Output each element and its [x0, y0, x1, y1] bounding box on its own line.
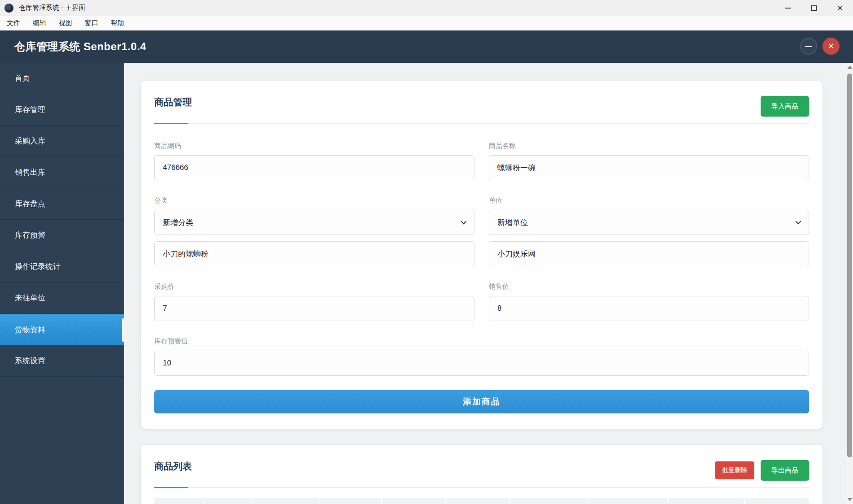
- menu-window[interactable]: 窗口: [85, 19, 98, 27]
- minimize-icon: [785, 8, 791, 9]
- menu-bar: 文件 编辑 视图 窗口 帮助: [0, 16, 853, 30]
- header-cell-name: 名称: [319, 498, 381, 504]
- header-cell-actions: 操作: [745, 498, 809, 504]
- product-list-title: 商品列表: [154, 460, 192, 473]
- batch-delete-button[interactable]: 批量删除: [715, 461, 754, 479]
- sidebar-item-purchase-in[interactable]: 采购入库: [0, 126, 124, 157]
- sidebar-item-stocktake[interactable]: 库存盘点: [0, 188, 124, 220]
- app-title: 仓库管理系统 Senber1.0.4: [14, 39, 146, 54]
- window-close-button[interactable]: ✕: [827, 0, 853, 16]
- product-form-card: 商品管理 导入商品 商品编码 商品名称 分类 新增分类 单位: [141, 81, 823, 429]
- os-titlebar: 仓库管理系统 - 主界面 ✕: [0, 0, 853, 16]
- new-category-input[interactable]: [154, 241, 474, 266]
- product-code-input[interactable]: [154, 155, 474, 180]
- header-cell-sale-price: 销售价: [589, 498, 667, 504]
- main-content: 商品管理 导入商品 商品编码 商品名称 分类 新增分类 单位: [124, 63, 846, 504]
- product-table-header: ID 编码 名称 分类 单位 采购价 销售价 预警值 操作: [154, 498, 809, 504]
- product-form-title: 商品管理: [154, 96, 192, 109]
- sale-price-label: 销售价: [489, 282, 809, 291]
- stock-warning-label: 库存预警值: [154, 337, 809, 346]
- category-label: 分类: [154, 196, 474, 205]
- purchase-price-label: 采购价: [154, 282, 474, 291]
- unit-select[interactable]: 新增单位: [489, 210, 809, 235]
- title-underline: [154, 487, 809, 488]
- title-underline: [154, 123, 809, 124]
- sidebar-item-home[interactable]: 首页: [0, 63, 124, 94]
- window-minimize-button[interactable]: [775, 0, 801, 16]
- header-cell-category: 分类: [382, 498, 445, 504]
- sidebar-item-operation-log[interactable]: 操作记录统计: [0, 251, 124, 282]
- close-icon: ✕: [837, 4, 843, 12]
- app-minimize-button[interactable]: [800, 38, 817, 55]
- header-cell-unit: 单位: [446, 498, 509, 504]
- product-list-card: 商品列表 批量删除 导出商品 ID 编码 名称 分类 单位 采购价 销售价 预警…: [141, 445, 823, 504]
- new-unit-input[interactable]: [489, 241, 809, 266]
- app-close-button[interactable]: ✕: [823, 38, 840, 55]
- header-cell-id: ID: [204, 498, 252, 504]
- sidebar-item-inventory[interactable]: 库存管理: [0, 94, 124, 126]
- scroll-up-arrow-icon[interactable]: [847, 65, 853, 69]
- sidebar-item-stock-alert[interactable]: 库存预警: [0, 220, 124, 251]
- vertical-scrollbar[interactable]: [846, 63, 853, 504]
- field-product-code: 商品编码: [154, 142, 474, 180]
- maximize-icon: [811, 5, 817, 11]
- app-header: 仓库管理系统 Senber1.0.4 ✕: [0, 30, 853, 63]
- product-name-input[interactable]: [489, 155, 809, 180]
- sidebar-item-partners[interactable]: 来往单位: [0, 282, 124, 314]
- menu-view[interactable]: 视图: [59, 19, 72, 27]
- field-stock-warning: 库存预警值: [154, 337, 809, 376]
- scroll-down-arrow-icon[interactable]: [847, 498, 853, 501]
- export-products-button[interactable]: 导出商品: [761, 460, 809, 481]
- header-cell-select: [154, 498, 203, 504]
- chevron-down-icon: [461, 219, 467, 225]
- stock-warning-input[interactable]: [154, 351, 809, 376]
- sidebar-item-sales-out[interactable]: 销售出库: [0, 157, 124, 188]
- field-purchase-price: 采购价: [154, 282, 474, 321]
- field-unit: 单位 新增单位: [489, 196, 809, 266]
- purchase-price-input[interactable]: [154, 296, 474, 321]
- scrollbar-thumb[interactable]: [847, 74, 852, 457]
- sidebar-item-settings[interactable]: 系统设置: [0, 345, 124, 377]
- field-category: 分类 新增分类: [154, 196, 474, 266]
- menu-edit[interactable]: 编辑: [33, 19, 46, 27]
- window-title: 仓库管理系统 - 主界面: [19, 4, 85, 12]
- import-products-button[interactable]: 导入商品: [761, 96, 809, 117]
- field-product-name: 商品名称: [489, 142, 809, 180]
- sidebar-item-goods-data[interactable]: 货物资料: [0, 314, 124, 345]
- unit-label: 单位: [489, 196, 809, 205]
- header-cell-code: 编码: [253, 498, 318, 504]
- product-code-label: 商品编码: [154, 142, 474, 150]
- window-maximize-button[interactable]: [801, 0, 827, 16]
- add-product-button[interactable]: 添加商品: [154, 390, 809, 413]
- header-cell-warning-value: 预警值: [668, 498, 744, 504]
- product-name-label: 商品名称: [489, 142, 809, 150]
- header-cell-purchase-price: 采购价: [510, 498, 588, 504]
- close-icon: ✕: [827, 41, 834, 51]
- sale-price-input[interactable]: [489, 296, 809, 321]
- menu-file[interactable]: 文件: [7, 19, 20, 27]
- field-sale-price: 销售价: [489, 282, 809, 321]
- app-icon: [4, 4, 13, 13]
- minimize-icon: [805, 46, 812, 47]
- chevron-down-icon: [796, 219, 801, 225]
- menu-help[interactable]: 帮助: [111, 19, 124, 27]
- category-select[interactable]: 新增分类: [154, 210, 474, 235]
- sidebar-nav: 首页 库存管理 采购入库 销售出库 库存盘点 库存预警 操作记录统计 来往单位 …: [0, 63, 124, 504]
